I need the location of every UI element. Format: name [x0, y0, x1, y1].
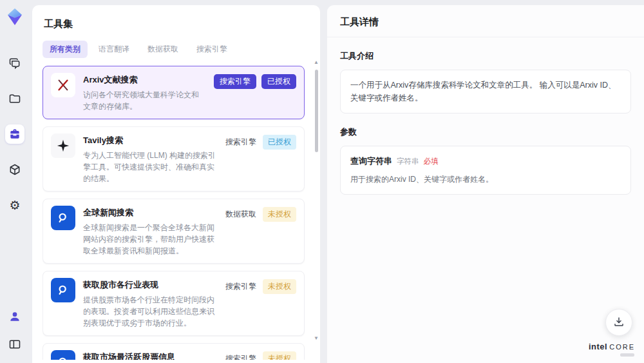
tool-card-stock-sectors[interactable]: 获取股市各行业表现 提供股票市场各个行业在特定时间段内的表现。投资者可以利用这些…: [43, 271, 305, 336]
tab-all-categories[interactable]: 所有类别: [43, 41, 88, 58]
sidebar-item-models[interactable]: [5, 160, 24, 179]
tool-title: Tavily搜索: [83, 135, 216, 146]
scrollbar-thumb[interactable]: [315, 70, 318, 152]
sidebar-item-chat[interactable]: [5, 54, 24, 73]
tavily-star-icon: [51, 133, 75, 158]
status-badge: 未授权: [263, 351, 296, 360]
tool-desc: 提供股票市场各个行业在特定时间段内的表现。投资者可以利用这些信息来识别表现优于或…: [83, 294, 216, 329]
list-scrollbar[interactable]: [315, 70, 318, 353]
app-logo-icon: [6, 7, 24, 26]
params-section-title: 参数: [340, 126, 631, 138]
detail-header: 工具详情: [327, 5, 644, 37]
stock-search-magnifier-icon: [51, 350, 75, 360]
tool-desc: 全球新闻搜索是一个聚合全球各大新闻网站内容的搜索引擎，帮助用户快速获取全球最新资…: [83, 222, 216, 257]
tools-panel: 工具集 所有类别 语言翻译 数据获取 搜索引擎 Arxiv文献搜索 访问各个研究…: [32, 5, 320, 363]
intel-logo-text: intel: [589, 342, 607, 351]
tool-intro-box: 一个用于从Arxiv存储库搜索科学论文和文章的工具。 输入可以是Arxiv ID…: [340, 70, 631, 113]
intel-core-logo: intelcore: [589, 342, 635, 357]
user-icon: [8, 310, 21, 323]
category-badge: 数据获取: [224, 207, 258, 222]
download-icon: [613, 316, 625, 329]
tool-desc: 访问各个研究领域大量科学论文和文章的存储库。: [83, 89, 206, 112]
intro-section-title: 工具介绍: [340, 50, 631, 62]
status-badge: 已授权: [261, 74, 296, 89]
param-type: 字符串: [397, 155, 419, 167]
gear-icon: ⚙: [9, 199, 20, 211]
tool-card-arxiv[interactable]: Arxiv文献搜索 访问各个研究领域大量科学论文和文章的存储库。 搜索引擎 已授…: [43, 66, 305, 119]
category-badge: 搜索引擎: [224, 279, 258, 294]
tab-data-fetching[interactable]: 数据获取: [140, 41, 185, 58]
tab-search-engine[interactable]: 搜索引擎: [189, 41, 234, 58]
tab-language-translation[interactable]: 语言翻译: [91, 41, 137, 58]
sidebar-item-account[interactable]: [5, 307, 24, 326]
sidebar-item-files[interactable]: [5, 89, 24, 108]
toolbox-icon: [8, 128, 21, 141]
sidebar-item-tools[interactable]: [5, 124, 24, 144]
category-badge: 搜索引擎: [224, 135, 258, 150]
sidebar-item-settings[interactable]: ⚙: [5, 195, 24, 215]
status-badge: 未授权: [263, 207, 296, 222]
page-title: 工具集: [44, 18, 311, 30]
param-desc: 用于搜索的Arxiv ID、关键字或作者姓名。: [350, 173, 621, 186]
intel-badge-bar: [620, 353, 634, 357]
tool-title: 获取股市各行业表现: [83, 279, 216, 291]
status-badge: 未授权: [263, 279, 296, 294]
tool-list: Arxiv文献搜索 访问各个研究领域大量科学论文和文章的存储库。 搜索引擎 已授…: [43, 66, 311, 360]
status-badge: 已授权: [263, 135, 296, 150]
scroll-up-arrow[interactable]: ▲: [314, 59, 319, 65]
category-badge: 搜索引擎: [214, 74, 256, 89]
param-required-badge: 必填: [424, 155, 439, 167]
cube-icon: [8, 163, 21, 176]
news-search-magnifier-icon: [51, 206, 75, 230]
tool-card-active-stocks[interactable]: 获取市场最活跃股票信息 提供当天交易量最高的股票列表，投资者可以利用这些信息来识…: [43, 343, 305, 360]
detail-title: 工具详情: [340, 16, 631, 28]
download-button[interactable]: [605, 309, 632, 336]
param-name: 查询字符串: [350, 155, 392, 168]
tool-title: 全球新闻搜索: [83, 207, 216, 219]
tool-card-tavily[interactable]: Tavily搜索 专为人工智能代理 (LLM) 构建的搜索引擎工具。可快速提供实…: [43, 126, 305, 191]
tool-title: Arxiv文献搜索: [83, 74, 206, 86]
category-tabs: 所有类别 语言翻译 数据获取 搜索引擎: [43, 41, 311, 58]
tool-card-global-news[interactable]: 全球新闻搜索 全球新闻搜索是一个聚合全球各大新闻网站内容的搜索引擎，帮助用户快速…: [43, 199, 305, 264]
chat-icon: [8, 57, 21, 70]
tool-detail-panel: 工具详情 工具介绍 一个用于从Arxiv存储库搜索科学论文和文章的工具。 输入可…: [327, 5, 644, 363]
category-badge: 搜索引擎: [224, 351, 258, 360]
sidebar-item-panel-toggle[interactable]: [5, 335, 24, 354]
arxiv-logo-icon: [51, 73, 75, 97]
stock-search-magnifier-icon: [51, 278, 75, 302]
scroll-down-arrow[interactable]: ▼: [314, 335, 319, 341]
tool-desc: 专为人工智能代理 (LLM) 构建的搜索引擎工具。可快速提供实时、准确和真实的结…: [83, 150, 216, 184]
core-logo-text: core: [609, 343, 635, 351]
folder-icon: [8, 92, 21, 105]
tool-title: 获取市场最活跃股票信息: [83, 351, 216, 360]
app-sidebar: ⚙: [0, 0, 30, 363]
panel-toggle-icon: [8, 338, 21, 351]
param-box: 查询字符串 字符串 必填 用于搜索的Arxiv ID、关键字或作者姓名。: [340, 146, 631, 195]
